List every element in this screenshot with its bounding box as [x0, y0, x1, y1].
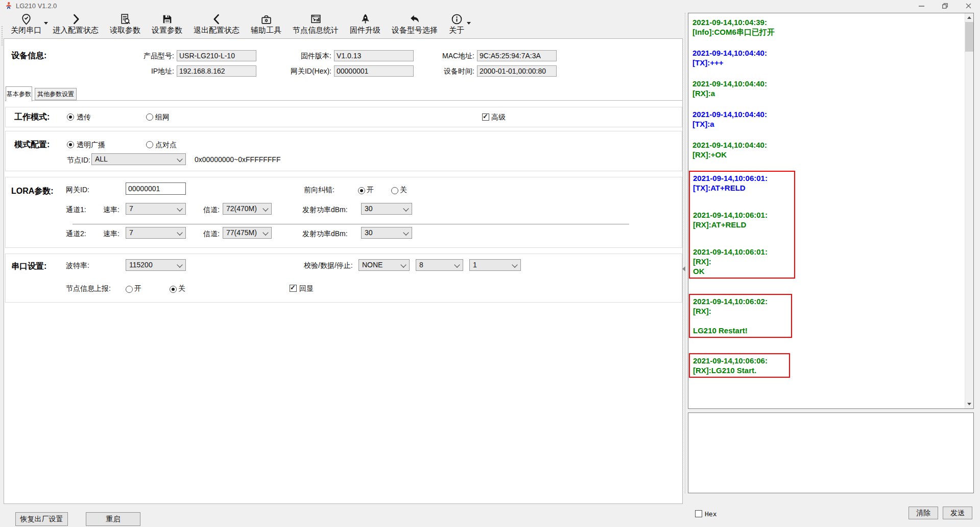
scroll-down-icon[interactable] [965, 400, 973, 408]
log-message: [RX]: OK [693, 257, 791, 276]
parity-select[interactable]: NONE [358, 259, 410, 271]
device-time-field[interactable] [477, 65, 557, 77]
log-scrollbar[interactable] [965, 13, 973, 408]
send-input[interactable] [688, 413, 974, 493]
dropdown-caret-icon[interactable] [467, 22, 471, 25]
ip-address-field[interactable] [177, 65, 256, 77]
baud-rate-select[interactable]: 115200 [126, 259, 186, 271]
log-timestamp: 2021-09-14,10:06:01: [693, 173, 791, 183]
channel1-chan-select[interactable]: 72(470M) [223, 203, 272, 215]
log-message: [TX]:AT+RELD [693, 183, 791, 193]
tab-basic-params[interactable]: 基本参数 [6, 86, 32, 101]
radio-transparent-broadcast[interactable] [67, 141, 74, 148]
log-message: [TX]:+++ [692, 58, 965, 67]
toolbar-item-enter-config[interactable]: 进入配置状态 [47, 12, 104, 35]
send-button[interactable]: 发送 [943, 507, 972, 519]
channel2-power-select[interactable]: 30 [361, 227, 412, 239]
log-timestamp: 2021-09-14,10:06:02: [693, 296, 788, 306]
radio-label-networking[interactable]: 组网 [155, 113, 170, 122]
node-id-select[interactable]: ALL [91, 153, 186, 165]
log-message: [RX]:AT+RELD [693, 220, 791, 230]
radio-networking[interactable] [146, 113, 153, 121]
node-report-label: 节点信息上报: [66, 284, 111, 293]
toolbar-item-set-params[interactable]: 设置参数 [146, 12, 188, 35]
minimize-button[interactable] [910, 0, 933, 12]
panel-splitter[interactable] [685, 13, 685, 493]
channel2-chan-value: 77(475M) [226, 228, 257, 237]
echo-checkbox-label[interactable]: 回显 [299, 284, 314, 293]
log-entry: 2021-09-14,10:06:01: [TX]:AT+RELD [693, 173, 791, 193]
toolbar-item-close-serial[interactable]: 关闭串口 [5, 12, 47, 35]
toolbar-item-about[interactable]: 关于 [443, 12, 470, 35]
restart-button[interactable]: 重启 [86, 512, 140, 526]
channel2-rate-select[interactable]: 7 [126, 227, 186, 239]
echo-checkbox[interactable] [290, 285, 297, 292]
node-id-value: ALL [95, 155, 108, 163]
parity-value: NONE [362, 261, 383, 269]
product-model-field[interactable] [177, 50, 256, 61]
channel2-rate-label: 速率: [103, 230, 119, 239]
channel1-rate-select[interactable]: 7 [126, 203, 186, 215]
scrollbar-thumb[interactable] [965, 22, 973, 52]
radio-transparent[interactable] [67, 113, 74, 121]
toolbar-item-firmware-upgrade[interactable]: 固件升级 [344, 12, 386, 35]
toolbar-item-node-stats[interactable]: 节点信息统计 [287, 12, 344, 35]
gateway-id-hex-field[interactable] [334, 65, 414, 77]
radio-label-report-off[interactable]: 关 [178, 284, 185, 293]
toolbar-item-exit-config[interactable]: 退出配置状态 [188, 12, 245, 35]
app-logo-icon [5, 2, 13, 10]
channel1-rate-value: 7 [129, 204, 133, 213]
restore-icon [942, 3, 948, 9]
radio-fec-on[interactable] [358, 187, 365, 194]
hex-checkbox[interactable] [695, 510, 702, 517]
toolbar-label: 节点信息统计 [293, 26, 339, 35]
radio-label-fec-off[interactable]: 关 [400, 186, 407, 195]
close-button[interactable] [957, 0, 980, 12]
log-timestamp: 2021-09-14,10:04:39: [692, 17, 965, 27]
tab-other-params[interactable]: 其他参数设置 [35, 88, 77, 100]
restore-button[interactable] [933, 0, 957, 12]
rocket-icon [359, 13, 372, 26]
channel1-power-select[interactable]: 30 [361, 203, 412, 215]
radio-label-transparent-broadcast[interactable]: 透明广播 [77, 141, 105, 150]
radio-report-on[interactable] [126, 286, 133, 293]
channel1-rate-label: 速率: [103, 205, 119, 215]
scroll-up-icon[interactable] [965, 13, 973, 22]
clear-button[interactable]: 清除 [909, 507, 938, 519]
radio-label-transparent[interactable]: 透传 [77, 113, 91, 122]
log-content[interactable]: 2021-09-14,10:04:39: [Info]:COM6串口已打开 20… [688, 13, 965, 408]
toolbar-item-aux-tools[interactable]: 辅助工具 [245, 12, 287, 35]
chevron-down-icon [177, 262, 182, 267]
radio-report-off[interactable] [170, 286, 177, 293]
work-mode-title: 工作模式: [14, 112, 50, 123]
splitter-collapse-icon[interactable] [682, 266, 685, 271]
toolbar-label: 进入配置状态 [53, 26, 99, 35]
factory-reset-button[interactable]: 恢复出厂设置 [15, 512, 68, 526]
app-window: LG210 V1.2.0 关闭串口 进入配置状态 [0, 0, 980, 527]
channel-divider [73, 224, 629, 224]
gateway-id-input[interactable] [126, 182, 186, 195]
data-bits-select[interactable]: 8 [416, 259, 463, 271]
log-message: [RX]:LG210 Start. [693, 365, 786, 375]
radio-fec-off[interactable] [391, 187, 398, 194]
chevron-down-icon [400, 262, 406, 267]
radio-label-report-on[interactable]: 开 [134, 284, 141, 293]
mac-address-field[interactable] [477, 50, 557, 61]
channel2-chan-select[interactable]: 77(475M) [223, 227, 272, 239]
stop-bits-select[interactable]: 1 [469, 259, 521, 271]
advanced-checkbox[interactable] [482, 113, 489, 121]
hex-checkbox-label[interactable]: Hex [705, 510, 716, 518]
channel2-power-label: 发射功率dBm: [302, 230, 348, 239]
radio-point-to-point[interactable] [146, 141, 153, 148]
toolbar-item-device-model-select[interactable]: 设备型号选择 [386, 12, 443, 35]
chevron-down-icon [262, 230, 268, 235]
log-message: [RX]:+OK [692, 150, 965, 159]
firmware-version-field[interactable] [334, 50, 414, 61]
log-timestamp: 2021-09-14,10:06:01: [693, 247, 791, 257]
baud-rate-label: 波特率: [66, 261, 89, 270]
advanced-checkbox-label[interactable]: 高级 [491, 113, 506, 122]
log-entry: 2021-09-14,10:04:40: [TX]:a [692, 109, 965, 129]
toolbar-item-read-params[interactable]: 读取参数 [104, 12, 146, 35]
radio-label-point-to-point[interactable]: 点对点 [155, 141, 177, 150]
radio-label-fec-on[interactable]: 开 [367, 186, 374, 195]
